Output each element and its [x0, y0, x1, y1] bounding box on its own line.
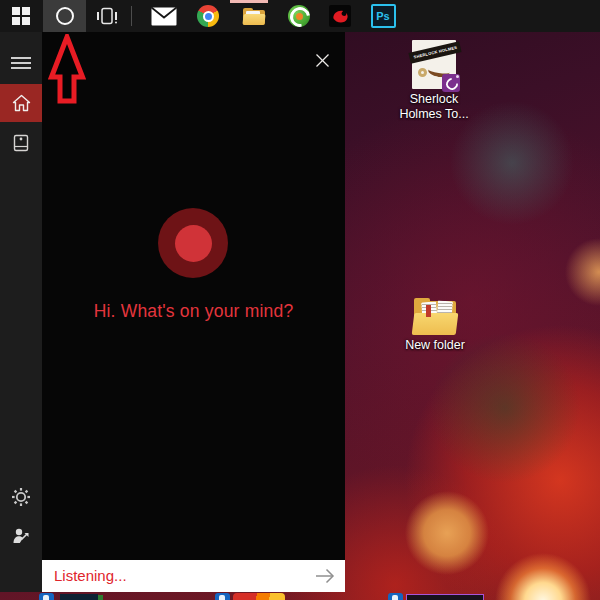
folder-icon	[412, 297, 458, 335]
bottom-edge-partial-icons	[0, 592, 600, 600]
cortana-taskbar-button[interactable]	[43, 0, 86, 32]
sidebar-home-button[interactable]	[0, 84, 42, 122]
hamburger-icon	[11, 54, 31, 72]
book-banner: SHERLOCK HOLMES	[408, 41, 461, 63]
cortana-input-bar[interactable]: Listening...	[42, 560, 345, 592]
sidebar-notebook-button[interactable]	[0, 130, 42, 156]
file-explorer-button[interactable]	[239, 0, 269, 32]
chrome-icon	[197, 5, 219, 27]
taskbar: Ps	[0, 0, 600, 32]
partial-desktop-icon[interactable]	[60, 594, 98, 600]
feedback-person-icon	[12, 526, 31, 544]
purple-app-badge-icon	[442, 74, 460, 92]
desktop-icon-sherlock[interactable]: SHERLOCK HOLMES Sherlock Holmes To...	[388, 40, 480, 122]
partial-desktop-icon[interactable]	[233, 593, 285, 600]
desktop-icon-new-folder[interactable]: New folder	[389, 297, 481, 353]
partial-desktop-icon[interactable]	[39, 593, 54, 600]
folder-icon	[243, 8, 265, 25]
sidebar-menu-button[interactable]	[0, 50, 42, 76]
home-icon	[12, 94, 31, 112]
cortana-sidebar	[0, 32, 42, 592]
desktop-icon-label: Sherlock Holmes To...	[395, 92, 473, 122]
garena-red-button[interactable]	[325, 0, 355, 32]
gear-icon	[11, 487, 31, 507]
green-orb-icon	[288, 5, 310, 27]
task-view-button[interactable]	[92, 0, 122, 32]
listening-indicator[interactable]	[158, 208, 228, 278]
task-view-icon	[95, 5, 119, 27]
magnifier-illustration	[418, 68, 427, 77]
cortana-greeting: Hi. What's on your mind?	[42, 301, 345, 322]
sidebar-settings-button[interactable]	[0, 484, 42, 510]
windows-logo-icon	[12, 7, 30, 25]
top-edge-artifact	[230, 0, 268, 3]
garena-green-button[interactable]	[284, 0, 314, 32]
listening-indicator-core	[175, 225, 212, 262]
cortana-panel: Hi. What's on your mind? Listening...	[42, 32, 345, 592]
partial-desktop-icon[interactable]	[98, 595, 103, 600]
notebook-icon	[12, 133, 30, 153]
photoshop-button[interactable]: Ps	[366, 0, 400, 32]
taskbar-separator	[131, 6, 132, 26]
close-button[interactable]	[311, 49, 333, 71]
close-icon	[315, 53, 330, 68]
photoshop-ps-icon: Ps	[371, 4, 396, 28]
mail-button[interactable]	[148, 0, 180, 32]
cortana-circle-icon	[56, 7, 74, 25]
sidebar-feedback-button[interactable]	[0, 522, 42, 548]
start-button[interactable]	[2, 0, 40, 32]
submit-button[interactable]	[314, 567, 336, 585]
red-flame-icon	[329, 5, 351, 27]
screen: SHERLOCK HOLMES Sherlock Holmes To... Ne…	[0, 0, 600, 600]
sherlock-book-cover-icon: SHERLOCK HOLMES	[412, 40, 456, 89]
annotation-arrow-up	[48, 34, 86, 106]
partial-desktop-icon[interactable]	[406, 594, 484, 600]
chrome-button[interactable]	[193, 0, 223, 32]
partial-desktop-icon[interactable]	[215, 593, 230, 600]
desktop-icon-label: New folder	[396, 338, 474, 353]
partial-desktop-icon[interactable]	[388, 593, 403, 600]
listening-status: Listening...	[54, 560, 127, 592]
ps-label: Ps	[376, 10, 389, 22]
right-arrow-icon	[314, 567, 336, 585]
envelope-icon	[151, 7, 177, 26]
